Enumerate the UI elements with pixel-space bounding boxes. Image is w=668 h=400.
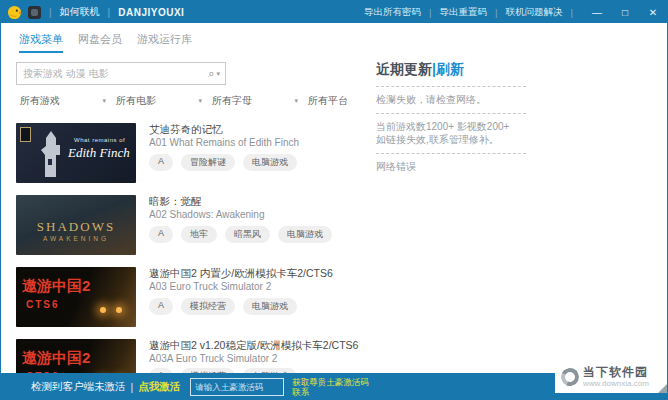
filter-all-games[interactable]: 所有游戏 ▾ bbox=[16, 91, 112, 111]
filter-label: 所有游戏 bbox=[20, 94, 60, 108]
tag-genre[interactable]: 地牢 bbox=[181, 226, 217, 243]
dashed-divider bbox=[376, 153, 526, 154]
cover-text-large: 遨游中国2 bbox=[22, 277, 90, 296]
refresh-link[interactable]: 刷新 bbox=[436, 61, 464, 77]
game-cover: What remains of Edith Finch bbox=[16, 123, 136, 183]
award-badge-icon bbox=[20, 127, 31, 142]
cover-text-small: CTS6 bbox=[26, 299, 60, 310]
tag-row: A 模拟经营 电脑游戏 bbox=[149, 298, 297, 315]
truck-headlight bbox=[100, 307, 106, 313]
game-info: 艾迪芬奇的记忆 A01 What Remains of Edith Finch bbox=[149, 123, 369, 149]
tag-genre[interactable]: 模拟经营 bbox=[181, 298, 235, 315]
tab-game-runtime[interactable]: 游戏运行库 bbox=[137, 32, 192, 53]
get-code-line1: 获取尊贵土豪激活码 bbox=[292, 377, 369, 387]
titlebar: 如何联机 DANJIYOUXI 导出所有密码 导出重置码 联机问题解决 — □ … bbox=[1, 1, 667, 23]
cover-text-large: Edith Finch bbox=[68, 145, 130, 161]
game-row-edith-finch[interactable]: What remains of Edith Finch 艾迪芬奇的记忆 A01 … bbox=[16, 123, 366, 185]
truck-headlight bbox=[116, 307, 122, 313]
dashed-divider bbox=[376, 86, 526, 87]
game-title: 暗影：觉醒 bbox=[149, 195, 369, 208]
search-input[interactable] bbox=[17, 68, 208, 79]
get-code-link[interactable]: 获取尊贵土豪激活码 联系 bbox=[292, 377, 369, 397]
search-icon[interactable]: ⌕ bbox=[208, 67, 216, 80]
export-reset-code-link[interactable]: 导出重置码 bbox=[434, 6, 494, 19]
recent-updates-panel: 近期更新刷新 检测失败，请检查网络。 当前游戏数1200+ 影视数200+ 如链… bbox=[376, 61, 536, 173]
tag-genre[interactable]: 冒险解谜 bbox=[181, 154, 235, 171]
game-cover: SHADOWS AWAKENING bbox=[16, 195, 136, 255]
site-name: 当下软件园 bbox=[583, 366, 649, 379]
how-to-connect-link[interactable]: 如何联机 bbox=[60, 5, 100, 19]
filter-label: 所有电影 bbox=[116, 94, 156, 108]
tag-letter[interactable]: A bbox=[149, 154, 173, 171]
chick-logo-icon bbox=[7, 5, 22, 20]
game-title: 遨游中国2 内置少/欧洲模拟卡车2/CTS6 bbox=[149, 267, 369, 280]
caret-down-icon: ▾ bbox=[198, 97, 202, 105]
titlebar-separator bbox=[571, 7, 573, 18]
titlebar-right: 导出所有密码 导出重置码 联机问题解决 — □ ✕ bbox=[358, 1, 667, 23]
network-status-text: 检测失败，请检查网络。 bbox=[376, 93, 536, 106]
titlebar-separator bbox=[49, 7, 52, 18]
network-error-text: 网络错误 bbox=[376, 160, 536, 173]
activation-code-input[interactable] bbox=[190, 378, 284, 396]
dashed-divider bbox=[376, 113, 526, 114]
titlebar-separator bbox=[108, 7, 111, 18]
maximize-button[interactable]: □ bbox=[611, 1, 639, 23]
library-stats-text: 当前游戏数1200+ 影视数200+ bbox=[376, 120, 536, 133]
search-box: ⌕ ▾ bbox=[16, 62, 226, 85]
game-subtitle: A02 Shadows: Awakening bbox=[149, 208, 369, 221]
recent-updates-title: 近期更新 bbox=[376, 61, 432, 77]
cover-text-small: What remains of bbox=[74, 137, 125, 143]
game-subtitle: A03A Euro Truck Simulator 2 bbox=[149, 352, 369, 365]
game-subtitle: A01 What Remains of Edith Finch bbox=[149, 136, 369, 149]
tab-netdisk-member[interactable]: 网盘会员 bbox=[78, 32, 122, 53]
game-title: 艾迪芬奇的记忆 bbox=[149, 123, 369, 136]
site-url: www.downxia.com bbox=[583, 379, 649, 388]
filter-label: 所有字母 bbox=[212, 94, 252, 108]
minimize-button[interactable]: — bbox=[583, 1, 611, 23]
get-code-line2: 联系 bbox=[292, 387, 309, 397]
game-cover: 遨游中国2 CTS6 bbox=[16, 267, 136, 327]
titlebar-left: 如何联机 DANJIYOUXI bbox=[1, 5, 184, 20]
filter-all-letters[interactable]: 所有字母 ▾ bbox=[208, 91, 304, 111]
tag-row: A 地牢 暗黑风 电脑游戏 bbox=[149, 226, 332, 243]
titlebar-separator bbox=[429, 7, 431, 18]
downxia-logo-icon bbox=[558, 365, 581, 388]
panel-heading: 近期更新刷新 bbox=[376, 61, 536, 79]
close-button[interactable]: ✕ bbox=[639, 1, 667, 23]
corner-fold bbox=[658, 384, 667, 393]
window-controls: — □ ✕ bbox=[583, 1, 667, 23]
tag-row: A 冒险解谜 电脑游戏 bbox=[149, 154, 297, 171]
tag-letter[interactable]: A bbox=[149, 226, 173, 243]
tag-platform[interactable]: 电脑游戏 bbox=[243, 298, 297, 315]
cover-text-small: AWAKENING bbox=[16, 235, 136, 242]
game-row-shadows-awakening[interactable]: SHADOWS AWAKENING 暗影：觉醒 A02 Shadows: Awa… bbox=[16, 195, 366, 257]
downxia-watermark: 当下软件园 www.downxia.com bbox=[555, 361, 667, 393]
app-title: DANJIYOUXI bbox=[118, 7, 184, 18]
game-info: 遨游中国2 内置少/欧洲模拟卡车2/CTS6 A03 Euro Truck Si… bbox=[149, 267, 369, 293]
app-icon bbox=[28, 6, 41, 19]
tag-platform[interactable]: 电脑游戏 bbox=[243, 154, 297, 171]
tab-game-menu[interactable]: 游戏菜单 bbox=[19, 32, 63, 53]
app-window: 如何联机 DANJIYOUXI 导出所有密码 导出重置码 联机问题解决 — □ … bbox=[0, 0, 668, 400]
export-all-passwords-link[interactable]: 导出所有密码 bbox=[358, 6, 427, 19]
watermark-text: 当下软件园 www.downxia.com bbox=[583, 366, 649, 388]
game-info: 遨游中国2 v1.20稳定版/欧洲模拟卡车2/CTS6 A03A Euro Tr… bbox=[149, 339, 369, 365]
activate-link[interactable]: 点我激活 bbox=[138, 380, 180, 394]
filter-all-movies[interactable]: 所有电影 ▾ bbox=[112, 91, 208, 111]
contact-admin-text: 如链接失效,联系管理修补。 bbox=[376, 133, 536, 146]
caret-down-icon: ▾ bbox=[294, 97, 298, 105]
online-problem-link[interactable]: 联机问题解决 bbox=[500, 6, 569, 19]
filter-label: 所有平台 bbox=[308, 94, 348, 108]
search-caret-icon[interactable]: ▾ bbox=[216, 70, 225, 78]
tab-bar: 游戏菜单 网盘会员 游戏运行库 bbox=[19, 32, 192, 53]
caret-down-icon: ▾ bbox=[102, 97, 106, 105]
filter-row: 所有游戏 ▾ 所有电影 ▾ 所有字母 ▾ 所有平台 ▾ bbox=[16, 91, 400, 111]
tag-letter[interactable]: A bbox=[149, 298, 173, 315]
tag-style[interactable]: 暗黑风 bbox=[225, 226, 270, 243]
footer-separator bbox=[131, 381, 134, 393]
activation-status-text: 检测到客户端未激活 bbox=[31, 380, 126, 394]
game-row-euro-truck-2[interactable]: 遨游中国2 CTS6 遨游中国2 内置少/欧洲模拟卡车2/CTS6 A03 Eu… bbox=[16, 267, 366, 329]
tower-illustration bbox=[34, 129, 68, 179]
tag-platform[interactable]: 电脑游戏 bbox=[278, 226, 332, 243]
titlebar-separator bbox=[495, 7, 497, 18]
